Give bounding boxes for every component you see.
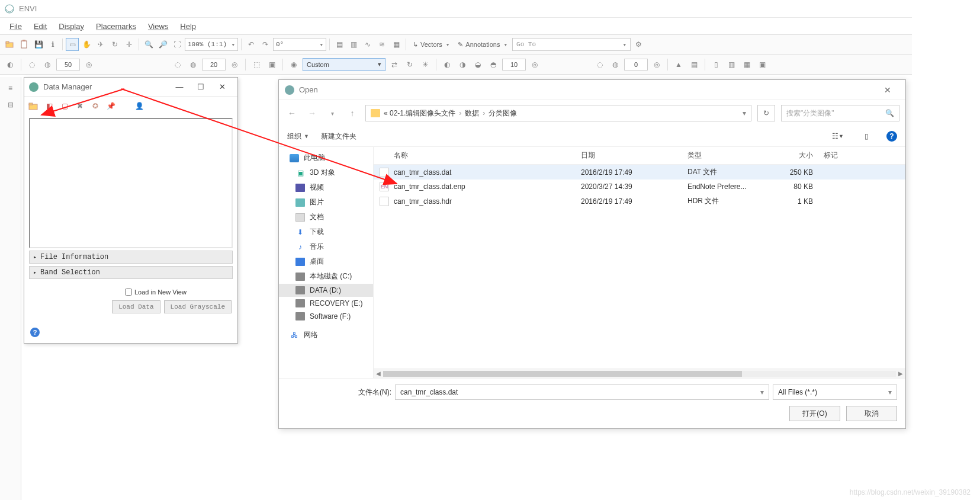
st9-icon[interactable]: ◎: [650, 58, 663, 71]
scroll-left-icon[interactable]: ◀: [374, 370, 383, 378]
tree-documents[interactable]: 文档: [279, 210, 373, 225]
sidebar-layers-icon[interactable]: ≡: [4, 82, 17, 95]
open-close-button[interactable]: ✕: [876, 82, 899, 98]
save-icon[interactable]: 💾: [32, 38, 45, 51]
tb2-b-icon[interactable]: ◌: [25, 58, 38, 71]
stretch-combo[interactable]: Custom: [303, 58, 385, 71]
tb2-c-icon[interactable]: ◍: [41, 58, 54, 71]
st8-icon[interactable]: ◍: [609, 58, 622, 71]
vectors-dropdown[interactable]: ↳Vectors: [409, 38, 453, 51]
v4-icon[interactable]: ▣: [756, 58, 769, 71]
rotate-combo[interactable]: 0°: [273, 38, 326, 51]
menu-placemarks[interactable]: Placemarks: [91, 21, 141, 32]
st2-icon[interactable]: ◐: [441, 58, 454, 71]
filename-combo[interactable]: can_tmr_class.dat: [395, 384, 769, 400]
value-box-3[interactable]: 10: [502, 59, 526, 70]
annotations-dropdown[interactable]: ✎Annotations: [454, 38, 511, 51]
tb2-e-icon[interactable]: ◌: [171, 58, 184, 71]
organize-button[interactable]: 组织▼: [287, 132, 309, 142]
col-size[interactable]: 大小: [782, 150, 824, 161]
crumb-root[interactable]: « 02-1.编辑图像头文件: [384, 108, 455, 118]
v3-icon[interactable]: ▦: [740, 58, 753, 71]
cursor-icon[interactable]: ▭: [66, 38, 79, 51]
zoom-fit-icon[interactable]: ⛶: [171, 38, 184, 51]
value-box-1[interactable]: 50: [56, 59, 80, 70]
file-row[interactable]: can_tmr_class.dat2016/2/19 17:49DAT 文件25…: [374, 165, 905, 180]
pan-icon[interactable]: ✋: [80, 38, 93, 51]
grid1-icon[interactable]: ▲: [672, 58, 685, 71]
newfolder-button[interactable]: 新建文件夹: [321, 132, 356, 142]
rot-left-icon[interactable]: ↶: [245, 38, 258, 51]
col-name[interactable]: 名称: [380, 150, 581, 161]
chart-icon[interactable]: ∿: [361, 38, 374, 51]
dm-help-icon[interactable]: ?: [30, 328, 40, 337]
value-box-2[interactable]: 20: [202, 59, 226, 70]
dm-delete-icon[interactable]: ✖: [74, 100, 86, 112]
tree-network[interactable]: 🖧网络: [279, 328, 373, 342]
dm-open-icon[interactable]: [28, 100, 40, 112]
v1-icon[interactable]: ▯: [709, 58, 722, 71]
dm-load-new-checkbox[interactable]: Load in New View: [125, 289, 187, 296]
fly-icon[interactable]: ✈: [94, 38, 107, 51]
view-mode-icon[interactable]: ☷ ▼: [830, 130, 846, 143]
st4-icon[interactable]: ◒: [471, 58, 484, 71]
menu-views[interactable]: Views: [143, 21, 173, 32]
zoom-combo[interactable]: 100% (1:1): [185, 38, 238, 51]
crumb-2[interactable]: 分类图像: [489, 108, 517, 118]
search-input[interactable]: 搜索"分类图像" 🔍: [781, 105, 899, 121]
dm-globe-icon[interactable]: ✪: [89, 100, 101, 112]
sidebar-collapse-icon[interactable]: ⊟: [4, 98, 17, 111]
file-row[interactable]: can_tmr_class.hdr2016/2/19 17:49HDR 文件1 …: [374, 194, 905, 209]
horizontal-scrollbar[interactable]: ◀ ▶: [374, 368, 905, 378]
hist-icon[interactable]: ⇄: [388, 58, 401, 71]
dm-section-fileinfo[interactable]: File Information: [29, 251, 233, 264]
crumb-1[interactable]: 数据: [465, 108, 479, 118]
menu-display[interactable]: Display: [54, 21, 89, 32]
tb2-a-icon[interactable]: ◐: [4, 58, 17, 71]
st1-icon[interactable]: ☀: [419, 58, 432, 71]
tb2-g-icon[interactable]: ◎: [228, 58, 241, 71]
st7-icon[interactable]: ◌: [593, 58, 606, 71]
dm-section-band[interactable]: Band Selection: [29, 266, 233, 279]
col-date[interactable]: 日期: [581, 150, 687, 161]
cancel-button[interactable]: 取消: [846, 406, 897, 421]
close-button[interactable]: ✕: [211, 80, 233, 94]
tree-this-pc[interactable]: 此电脑: [279, 150, 373, 165]
crosshair-icon[interactable]: ✛: [123, 38, 136, 51]
tree-disk-e[interactable]: RECOVERY (E:): [279, 297, 373, 310]
load-data-button[interactable]: Load Data: [112, 300, 160, 313]
tb2-d-icon[interactable]: ◎: [82, 58, 95, 71]
clipboard-icon[interactable]: [18, 38, 31, 51]
dm-file-list[interactable]: [29, 118, 233, 248]
zoom-out-icon[interactable]: 🔎: [156, 38, 169, 51]
file-list-header[interactable]: 名称 日期 类型 大小 标记: [374, 147, 905, 165]
tree-disk-f[interactable]: Software (F:): [279, 310, 373, 323]
load-grayscale-button[interactable]: Load Grayscale: [164, 300, 232, 313]
layer2-icon[interactable]: ▥: [347, 38, 360, 51]
dm-user-icon[interactable]: 👤: [133, 100, 145, 112]
col-type[interactable]: 类型: [687, 150, 782, 161]
st5-icon[interactable]: ◓: [487, 58, 500, 71]
open-button[interactable]: 打开(O): [789, 406, 840, 421]
zoom-in-icon[interactable]: 🔍: [142, 38, 155, 51]
dm-close-icon[interactable]: ▢: [59, 100, 70, 112]
nav-up-icon[interactable]: ↑: [345, 106, 359, 120]
spectral-icon[interactable]: ≋: [375, 38, 388, 51]
rot-right-icon[interactable]: ↷: [259, 38, 272, 51]
rotate-icon[interactable]: ↻: [108, 38, 121, 51]
menu-edit[interactable]: Edit: [29, 21, 52, 32]
roi-icon[interactable]: ▦: [390, 38, 403, 51]
preview-pane-icon[interactable]: ▯: [858, 130, 875, 143]
nav-forward-icon[interactable]: →: [305, 106, 319, 120]
menu-file[interactable]: File: [5, 21, 27, 32]
v2-icon[interactable]: ▥: [725, 58, 738, 71]
tree-disk-d[interactable]: DATA (D:): [279, 284, 373, 297]
nav-back-icon[interactable]: ←: [285, 106, 299, 120]
refresh-icon[interactable]: ↻: [403, 58, 416, 71]
tree-3d[interactable]: ▣3D 对象: [279, 165, 373, 180]
minimize-button[interactable]: —: [169, 80, 190, 94]
gear-icon[interactable]: ⚙: [632, 38, 645, 51]
goto-combo[interactable]: Go To: [512, 38, 631, 51]
menu-help[interactable]: Help: [175, 21, 201, 32]
tree-disk-c[interactable]: 本地磁盘 (C:): [279, 269, 373, 284]
